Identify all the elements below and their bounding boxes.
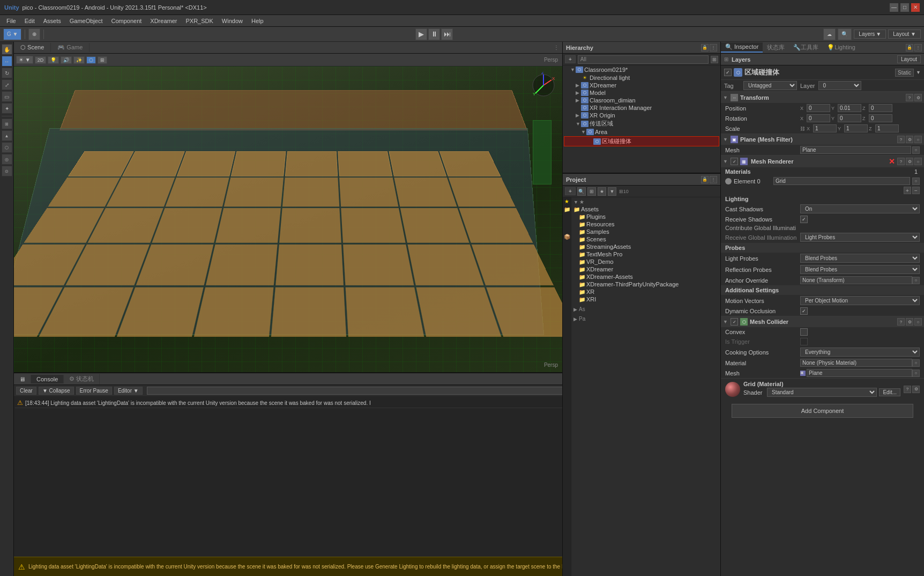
edit-shader-btn[interactable]: Edit...	[879, 388, 900, 396]
collider-material-input[interactable]	[800, 359, 912, 367]
pos-z-input[interactable]	[869, 104, 892, 112]
receive-gi-dropdown[interactable]: Light Probes	[800, 233, 920, 242]
meshcollider-checkbox[interactable]: ✓	[731, 318, 738, 326]
materials-remove-btn[interactable]: −	[912, 187, 920, 194]
dynamic-occlusion-checkbox[interactable]: ✓	[800, 307, 808, 315]
hierarchy-add-btn[interactable]: +	[565, 55, 576, 63]
project-lock-btn[interactable]: 🔒	[701, 176, 709, 183]
collab-button[interactable]: ☁	[823, 28, 836, 40]
scene-fx-btn[interactable]: ✨	[73, 56, 85, 64]
element0-circle-btn[interactable]: ○	[912, 178, 920, 185]
element0-input[interactable]	[773, 177, 910, 185]
inspector-lock-btn[interactable]: 🔒	[906, 44, 913, 51]
anchor-override-btn[interactable]: ○	[912, 277, 920, 284]
inspector-options-btn[interactable]: ⋮	[914, 44, 922, 51]
project-folder-xri[interactable]: 📁 XRI	[572, 296, 719, 303]
scene-audio-btn[interactable]: 🔊	[61, 56, 72, 64]
project-folder-xdreamerthird[interactable]: 📁 XDreamer-ThirdPartyUnityPackage	[572, 280, 719, 288]
pause-button[interactable]: ⏸	[428, 28, 440, 40]
scene-view[interactable]: Persp X Y Z	[14, 67, 562, 372]
tab-scene[interactable]: ⬡ Scene	[14, 43, 51, 52]
layers-layout-btn[interactable]: Layout	[897, 55, 921, 63]
custom-tool3[interactable]: ⬡	[2, 142, 12, 153]
project-folder-samples[interactable]: 📁 Samples	[572, 228, 719, 235]
transform-settings-btn[interactable]: ⚙	[914, 94, 922, 101]
rotate-tool[interactable]: ↻	[2, 68, 12, 78]
scale-z-input[interactable]	[875, 124, 899, 132]
project-filter-btn[interactable]: ▼	[608, 187, 616, 196]
hierarchy-search[interactable]: All	[578, 55, 709, 64]
hierarchy-item-selected[interactable]: ⬡ 区域碰撞体	[564, 136, 719, 146]
collapse-button[interactable]: ▼ Collapse	[39, 387, 74, 395]
scale-tool[interactable]: ⤢	[2, 79, 12, 90]
layer-dropdown[interactable]: 0	[818, 81, 861, 90]
collider-mesh-input[interactable]	[807, 369, 912, 377]
hierarchy-item-xrorigin[interactable]: ▶ ⬡ XR Origin	[563, 112, 720, 119]
scene-options-btn[interactable]: ⋮	[550, 43, 562, 51]
project-folder-xdreamerassets[interactable]: 📁 XDreamer-Assets	[572, 273, 719, 280]
scene-gizmo[interactable]: X Y Z	[530, 72, 557, 99]
scene-light-btn[interactable]: 💡	[48, 56, 59, 64]
hierarchy-item-clasroom[interactable]: ▶ ⬡ Clasroom_dimian	[563, 97, 720, 104]
menu-file[interactable]: File	[2, 17, 20, 25]
cooking-options-dropdown[interactable]: Everything	[800, 348, 920, 357]
convex-checkbox[interactable]	[800, 328, 808, 336]
rot-x-input[interactable]	[807, 114, 830, 122]
cast-shadows-dropdown[interactable]: On	[800, 204, 920, 213]
toolbar-pico[interactable]: G ▼	[3, 28, 21, 40]
hierarchy-item-dirlight[interactable]: ☀ Directional light	[563, 74, 720, 82]
materials-add-btn[interactable]: +	[904, 187, 911, 194]
meshcollider-settings-btn[interactable]: ⚙	[906, 318, 913, 326]
reflection-probes-dropdown[interactable]: Blend Probes	[800, 265, 920, 274]
meshfilter-help-btn[interactable]: ?	[897, 136, 905, 143]
project-search-btn[interactable]: 🔍	[577, 187, 586, 196]
project-folder-xr[interactable]: 📁 XR	[572, 288, 719, 296]
motion-vectors-dropdown[interactable]: Per Object Motion	[800, 296, 920, 305]
transform-help-btn[interactable]: ?	[906, 94, 913, 101]
hand-tool[interactable]: ✋	[2, 44, 12, 55]
rot-y-input[interactable]	[838, 114, 861, 122]
project-folder-scenes[interactable]: 📁 Scenes	[572, 235, 719, 243]
project-folder-xdreamer[interactable]: 📁 XDreamer	[572, 265, 719, 273]
static-dropdown-icon[interactable]: ▼	[916, 70, 921, 75]
menu-assets[interactable]: Assets	[39, 17, 65, 25]
tag-dropdown[interactable]: Untagged	[743, 81, 797, 90]
editor-button[interactable]: Editor ▼	[114, 387, 143, 395]
meshfilter-settings-btn[interactable]: ⚙	[906, 136, 913, 143]
hierarchy-lock-btn[interactable]: 🔒	[701, 44, 709, 51]
scene-grid-btn[interactable]: ⊞	[98, 56, 107, 64]
collider-material-btn[interactable]: ○	[912, 359, 920, 367]
layout-button[interactable]: Layout ▼	[888, 29, 921, 39]
scene-shading-btn[interactable]: ☀ ▼	[16, 56, 33, 64]
tab-state-machine[interactable]: ⚙ 状态机	[64, 374, 100, 384]
anchor-override-input[interactable]	[800, 276, 912, 284]
console-search-input[interactable]	[147, 387, 562, 395]
tab-game[interactable]: 🎮 Game	[51, 43, 90, 52]
pos-y-input[interactable]	[838, 104, 861, 112]
pos-x-input[interactable]	[807, 104, 830, 112]
project-folder-textmesh[interactable]: 📁 TextMesh Pro	[572, 250, 719, 258]
transform-header[interactable]: ▼ ↔ Transform ? ⚙	[721, 92, 924, 103]
scale-y-input[interactable]	[844, 124, 868, 132]
object-active-checkbox[interactable]	[724, 69, 732, 76]
project-folder-vrdemo[interactable]: 📁 VR_Demo	[572, 258, 719, 265]
custom-tool2[interactable]: ▲	[2, 130, 12, 141]
tab-tools-lib[interactable]: 🔧工具库	[789, 42, 823, 53]
project-folder-plugins[interactable]: 📁 Plugins	[572, 213, 719, 220]
layers-button[interactable]: Layers ▼	[854, 29, 886, 39]
tab-lighting[interactable]: 💡Lighting	[823, 43, 860, 52]
mesh-value-input[interactable]	[800, 146, 911, 154]
hierarchy-item-area[interactable]: ▼ ⬡ Area	[563, 128, 720, 136]
collider-mesh-btn[interactable]: ○	[912, 370, 920, 377]
material-help-btn[interactable]: ?	[904, 386, 911, 393]
mesh-circle-btn[interactable]: ○	[912, 146, 920, 154]
project-fav-btn[interactable]: ★	[598, 187, 606, 196]
search-button[interactable]: 🔍	[838, 28, 852, 40]
scale-x-input[interactable]	[813, 124, 837, 132]
rect-tool[interactable]: ▭	[2, 91, 12, 102]
menu-component[interactable]: Component	[107, 17, 146, 25]
minimize-button[interactable]: —	[890, 3, 898, 12]
hierarchy-item-teleport[interactable]: ▼ ⬡ 传送区域	[563, 119, 720, 128]
hierarchy-item-xrim[interactable]: ⬡ XR Interaction Manager	[563, 104, 720, 112]
shader-dropdown[interactable]: Standard	[767, 388, 877, 397]
